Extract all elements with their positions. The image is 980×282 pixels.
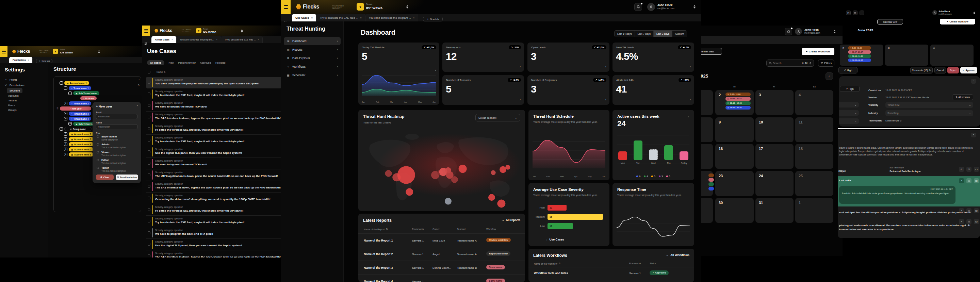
row-checkbox[interactable] [148, 127, 150, 130]
calendar-view-toggle[interactable]: Calendar view [701, 48, 722, 55]
industry-select[interactable]: Something⌄ [885, 110, 973, 116]
tenant-switcher-icon[interactable] [98, 50, 100, 53]
expand-toggle[interactable]: + [64, 143, 67, 146]
visibility-select[interactable]: Tenant XYZ⌄ [885, 102, 973, 108]
sidebar-item-accounts[interactable]: Accounts [8, 94, 19, 97]
copy-icon[interactable]: ⧉ [900, 119, 901, 122]
check-icon[interactable]: ✓ [959, 167, 964, 172]
chevron-right-icon[interactable]: › [690, 65, 691, 69]
calendar-cell[interactable]: 30 [715, 198, 754, 223]
sidebar-item-reports[interactable]: ▥Reports› [284, 46, 340, 54]
range-tab-last-14-days[interactable]: Last 14 days [614, 30, 635, 37]
calendar-cell[interactable]: 23 [715, 171, 754, 196]
tenant-select[interactable]: Select Teanant⌄ [476, 114, 520, 121]
selected-subtechnique-row[interactable]: t mi nulla. ✓ ⚠ ▭ 24.07.2025 11:11:34 CE… [838, 176, 980, 207]
sidebar-item-tenants[interactable]: Tenants [8, 99, 17, 102]
name-field[interactable]: Placeholder [96, 124, 137, 129]
workflow-badge[interactable]: Review workflow [486, 238, 511, 242]
severity-chip[interactable]: ↗High [840, 86, 859, 92]
usecase-row[interactable]: Security, category, operationUse the dig… [146, 239, 281, 250]
sidebar-item-users[interactable]: Users [8, 104, 15, 107]
arrow-right-icon[interactable]: → [687, 115, 690, 118]
stat-card-new-th-leads[interactable]: New TH Leads ↗+4.5% 4.5% › [612, 43, 694, 72]
workflow-badge[interactable]: Some name [486, 279, 505, 282]
create-workflow-button[interactable]: +Create Workflow [802, 48, 834, 55]
calendar-cell[interactable]: 18 [795, 144, 833, 169]
calendar-cell[interactable]: 4 [795, 90, 833, 115]
stat-card-new-reports[interactable]: New reports ↘-20% 12 › [442, 43, 524, 72]
tenant-switcher-icon[interactable] [241, 29, 243, 33]
calendar-view-toggle[interactable]: Calendar view [877, 19, 903, 24]
stat-card-th-schedule[interactable]: Today TH Shedule ↗+12,5% 5 › JanFebMarAp… [358, 43, 439, 105]
all-versions-button[interactable]: ⇅All versions [952, 94, 973, 100]
name-column-header[interactable]: Name ⇅ [156, 71, 166, 73]
event-chip[interactable]: ◷11:37 - 21:37 [848, 50, 871, 54]
row-checkbox[interactable] [148, 255, 150, 257]
new-tab-button[interactable]: +New tab [423, 17, 443, 21]
tab-overview-icon[interactable] [145, 43, 147, 45]
collapse-toggle[interactable]: − [68, 91, 72, 95]
usecase-row[interactable]: Security, category, operationWe need to … [146, 227, 281, 239]
event-chip[interactable]: ◷12:10 - 14:05 [848, 54, 871, 58]
filter-all-cases[interactable]: All cases [147, 60, 164, 65]
calendar-cell-clipped[interactable] [701, 117, 713, 142]
chevron-right-icon[interactable]: › [605, 98, 606, 101]
bar-wed[interactable] [649, 149, 658, 160]
approve-button[interactable]: ✓Approve [960, 67, 977, 73]
close-icon[interactable]: × [360, 16, 362, 19]
close-icon[interactable]: × [413, 16, 415, 19]
calendar-cell[interactable]: 25 [795, 171, 833, 196]
usecase-row[interactable]: Security, category, operationThe SAS int… [146, 112, 281, 123]
usecase-row[interactable]: Security, category, operationYou can't c… [146, 77, 281, 88]
usecase-row[interactable]: Security, category, operationTry to calc… [146, 135, 281, 146]
account-switcher-icon[interactable] [694, 5, 695, 8]
warning-icon[interactable]: ⚠ [966, 167, 972, 172]
comment-icon[interactable]: ▭ [974, 219, 979, 224]
usecase-row[interactable]: Security, category, operationTry to calc… [146, 88, 281, 100]
check-icon[interactable]: ✓ [959, 219, 964, 224]
tree-badge-tenant[interactable]: ⌂Tenant name 2 [69, 101, 91, 105]
stat-card-endpoints[interactable]: Number of Endpoints ↗+4.5% 3 › [527, 75, 609, 105]
sidebar-item-scheduler[interactable]: ▦Scheduler› [284, 71, 340, 79]
clear-button[interactable]: ⊗Clear [96, 175, 114, 180]
collapse-icon[interactable]: ˆ [971, 133, 976, 137]
tree-badge-account[interactable]: ▦Account name 1 [64, 81, 89, 85]
grid-icon[interactable]: ⊞ [853, 11, 858, 15]
tree-badge-account[interactable]: ▦Account name 3 [69, 137, 94, 141]
comments-button[interactable]: Comments (10)⚐ [910, 67, 933, 73]
left-dropdown-3[interactable]: ⌄ [839, 118, 859, 124]
tab-you-can-t-compress-the-p[interactable]: You can't compress the program ...× [366, 14, 418, 21]
calendar-cell-clipped[interactable] [701, 90, 713, 115]
severity-bar[interactable]: 16 [547, 223, 573, 229]
usecase-row[interactable]: Security, category, operationGenerating … [146, 193, 281, 204]
calendar-cell[interactable]: 11 [795, 117, 833, 142]
report-row[interactable]: Name of the Report 2Servers 1AngelTeanan… [358, 247, 525, 261]
expand-toggle[interactable]: + [64, 102, 67, 105]
close-icon[interactable]: × [216, 38, 218, 41]
expand-toggle[interactable]: + [64, 153, 67, 156]
bar-mon[interactable] [618, 151, 627, 160]
tree-badge-tenant[interactable]: ⌂Tenant name 4 [69, 117, 91, 121]
column-header[interactable]: Name of the Workflow⇅ [534, 262, 561, 265]
tree-badge-tenant[interactable]: ⌂Tenant name 1 [69, 86, 91, 90]
calendar-cell[interactable]: 3 [756, 90, 794, 115]
calendar-cell[interactable]: 2◷8:00 - 11:00◷11:37 - 21:37◷12:10 - 14:… [715, 90, 754, 115]
calendar-cell[interactable]: 31 [756, 198, 794, 223]
usecase-row[interactable]: Security, category, operationWe need to … [146, 158, 281, 169]
report-row[interactable]: Name of the Report 1Servers 1Mike 1234Te… [358, 233, 525, 247]
role-radio-admin[interactable] [97, 143, 99, 146]
bar-friday[interactable] [679, 151, 688, 160]
collapse-toggle[interactable]: − [64, 117, 67, 120]
row-checkbox[interactable] [148, 208, 150, 211]
mini-calendar-cell[interactable]: 2◷8:00 - 11:00◷11:37 - 21:37◷12:10 - 14:… [840, 45, 883, 66]
event-chip[interactable]: ◷8:00 - 11:00 [848, 46, 871, 50]
tree-badge-account[interactable]: ▦Account name 5 [69, 147, 94, 151]
row-checkbox[interactable] [148, 162, 150, 165]
row-checkbox[interactable] [148, 150, 150, 153]
filter-new[interactable]: New [169, 61, 174, 64]
expand-toggle[interactable]: + [68, 122, 72, 126]
menu-button[interactable] [142, 25, 150, 36]
expand-toggle[interactable]: + [64, 132, 67, 136]
usecase-row[interactable]: Security, category, operationThe SAS int… [146, 250, 281, 258]
calendar-prev-button[interactable]: ‹ [826, 72, 833, 80]
